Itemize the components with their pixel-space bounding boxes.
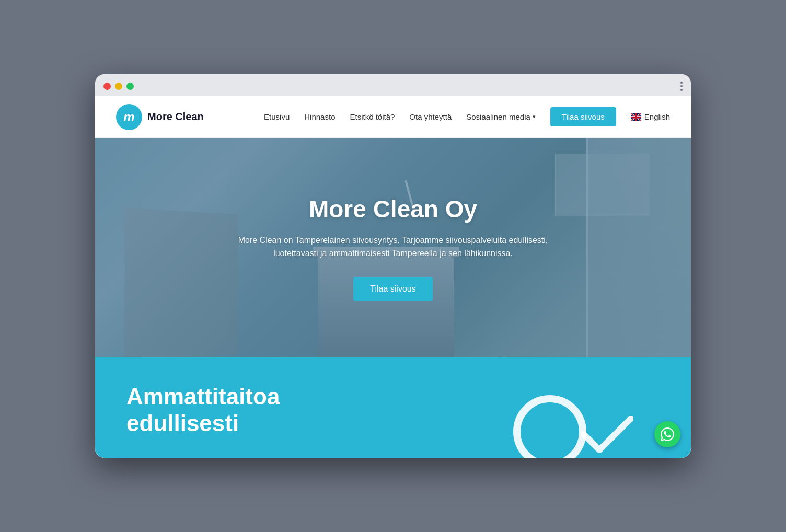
nav-etusivu[interactable]: Etusivu: [264, 112, 290, 121]
flag-icon: [631, 113, 641, 121]
browser-chrome: [95, 74, 691, 96]
bottom-heading-line2: edullisesti: [126, 410, 239, 436]
nav-hinnasto[interactable]: Hinnasto: [304, 112, 335, 121]
browser-menu-dots[interactable]: [680, 82, 683, 91]
whatsapp-button[interactable]: [654, 421, 680, 447]
logo-brand: More: [147, 111, 172, 122]
hero-content: More Clean Oy More Clean on Tamperelaine…: [210, 195, 576, 301]
hero-title: More Clean Oy: [231, 195, 555, 223]
bottom-heading: Ammattitaitoa edullisesti: [126, 384, 336, 436]
nav-sosiaalinen-media[interactable]: Sosiaalinen media ▾: [466, 112, 536, 121]
nav-cta-button[interactable]: Tilaa siivous: [550, 107, 616, 126]
language-selector[interactable]: English: [631, 112, 670, 121]
logo[interactable]: m More Clean: [116, 104, 204, 130]
whatsapp-icon: [661, 427, 674, 441]
hero-section: More Clean Oy More Clean on Tamperelaine…: [95, 138, 691, 357]
navbar: m More Clean Etusivu Hinnasto Etsitkö tö…: [95, 96, 691, 138]
logo-icon: m: [116, 104, 142, 130]
nav-ota-yhteytta[interactable]: Ota yhteyttä: [409, 112, 452, 121]
language-label: English: [644, 112, 670, 121]
logo-letter: m: [123, 110, 134, 124]
bottom-section: Ammattitaitoa edullisesti: [95, 357, 691, 457]
checkmark-icon: [581, 416, 633, 453]
bottom-circle-icon: [513, 395, 586, 458]
nav-links: Etusivu Hinnasto Etsitkö töitä? Ota yhte…: [264, 107, 670, 126]
website-content: m More Clean Etusivu Hinnasto Etsitkö tö…: [95, 96, 691, 457]
minimize-button[interactable]: [115, 83, 122, 90]
bottom-heading-line1: Ammattitaitoa: [126, 384, 280, 409]
nav-sosiaalinen-label: Sosiaalinen media: [466, 112, 530, 121]
traffic-lights: [103, 83, 134, 90]
logo-text: More Clean: [147, 111, 204, 123]
browser-frame: m More Clean Etusivu Hinnasto Etsitkö tö…: [95, 74, 691, 457]
chevron-down-icon: ▾: [533, 113, 536, 120]
nav-etsi-toita[interactable]: Etsitkö töitä?: [350, 112, 395, 121]
logo-brand2: Clean: [172, 111, 204, 122]
hero-subtitle: More Clean on Tamperelainen siivousyrity…: [231, 234, 555, 260]
close-button[interactable]: [103, 83, 111, 90]
hero-cta-button[interactable]: Tilaa siivous: [353, 277, 432, 301]
maximize-button[interactable]: [126, 83, 134, 90]
